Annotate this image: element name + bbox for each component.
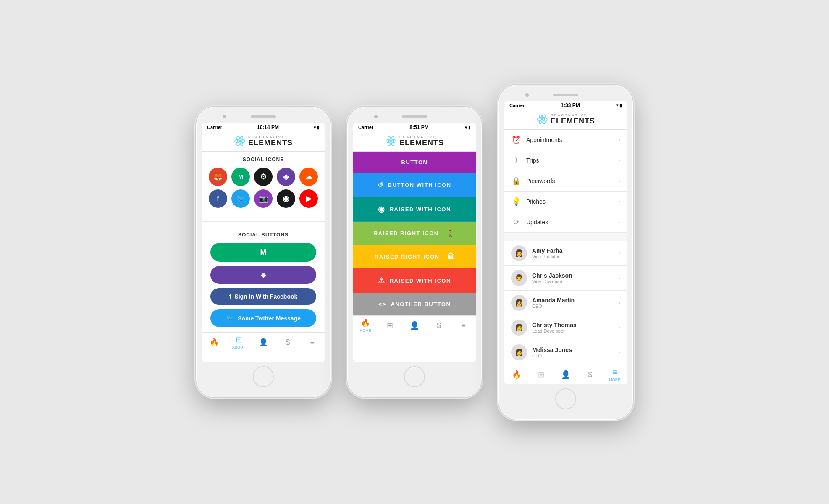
tab-home-1[interactable]: 🔥 <box>205 338 223 347</box>
twitter-button[interactable]: 🐦 Some Twitter Message <box>210 309 316 327</box>
codepen-icon[interactable]: ◉ <box>277 189 295 208</box>
updates-label: Updates <box>526 219 614 226</box>
demo-button-4[interactable]: RAISED RIGHT ICON 🚶 <box>353 222 476 245</box>
tab-home-3[interactable]: 🔥 <box>507 370 526 379</box>
demo-button-3[interactable]: ◉ RAISED WITH ICON <box>353 197 476 222</box>
logo-bottom-3: ELEMENTS <box>551 117 595 125</box>
more-tab-label: MORE <box>609 378 620 382</box>
contact-amy-farha[interactable]: 👩 Amy Farha Vice President › <box>504 241 627 266</box>
menu-section-gap <box>504 233 627 241</box>
medium-button[interactable]: M <box>210 243 316 262</box>
appointments-label: Appointments <box>526 136 614 143</box>
profile-tab-icon-2: 👤 <box>410 321 419 330</box>
react-logo-icon-2 <box>385 135 397 147</box>
christy-thomas-chevron: › <box>619 325 620 331</box>
christy-thomas-title: Lead Developer <box>532 328 614 333</box>
phone-3-home-button[interactable] <box>555 388 576 410</box>
phone-1-speaker <box>251 116 276 118</box>
medium-icon[interactable]: M <box>231 168 250 186</box>
amanda-martin-name: Amanda Martin <box>532 297 614 304</box>
logo-bottom-1: ELEMENTS <box>248 139 293 147</box>
contact-christy-thomas[interactable]: 👩 Christy Thomas Lead Developer › <box>504 315 627 340</box>
demo-button-6[interactable]: ⚠ RAISED WITH ICON <box>353 268 476 293</box>
twitch-button[interactable]: ◈ <box>210 266 316 284</box>
tab-dollar-3[interactable]: $ <box>581 370 599 379</box>
tab-dollar-2[interactable]: $ <box>430 321 448 330</box>
demo-button-5[interactable]: RAISED RIGHT ICON 🏛 <box>353 245 476 268</box>
grid-tab-icon-2: ⊞ <box>387 321 393 330</box>
phone-2-screen: Carrier 8:51 PM ▾ ▮ REACTN <box>353 123 476 362</box>
tab-grid-2[interactable]: ⊞ <box>381 321 399 330</box>
tab-grid-3[interactable]: ⊞ <box>532 370 551 379</box>
phone-1-home-button[interactable] <box>253 366 274 387</box>
phone-1-tab-bar: 🔥 ⊞ ABOUT 👤 $ ≡ <box>202 332 325 352</box>
menu-item-updates[interactable]: ⟳ Updates › <box>504 212 627 233</box>
demo-button-7[interactable]: <> ANOTHER BUTTON <box>353 293 476 315</box>
contact-melissa-jones[interactable]: 👩 Melissa Jones CTO › <box>504 340 627 365</box>
gitlab-icon[interactable]: 🦊 <box>209 168 227 186</box>
amanda-martin-chevron: › <box>619 300 620 306</box>
battery-icon: ▮ <box>317 125 320 130</box>
button-3-label: RAISED WITH ICON <box>390 206 451 213</box>
react-logo-icon <box>234 135 246 147</box>
phone-2-home-button[interactable] <box>404 366 425 387</box>
wifi-icon-2: ▾ <box>465 125 467 130</box>
tab-dollar-1[interactable]: $ <box>278 338 297 347</box>
instagram-icon[interactable]: 📷 <box>254 189 273 208</box>
button-7-label: ANOTHER BUTTON <box>391 301 451 307</box>
tab-profile-3[interactable]: 👤 <box>556 370 575 379</box>
menu-item-appointments[interactable]: ⏰ Appointments › <box>504 130 627 150</box>
contact-amanda-martin[interactable]: 👩 Amanda Martin CEO › <box>504 291 627 315</box>
phone-3-status-bar: Carrier 1:33 PM ▾ ▮ <box>504 101 627 110</box>
menu-item-passwords[interactable]: 🔒 Passwords › <box>504 171 627 192</box>
button-3-icon: ◉ <box>378 205 386 214</box>
phone-3-camera <box>525 93 529 97</box>
tab-profile-2[interactable]: 👤 <box>405 321 424 330</box>
passwords-chevron: › <box>619 178 620 184</box>
facebook-button[interactable]: f Sign In With Facebook <box>210 288 316 305</box>
youtube-icon[interactable]: ▶ <box>299 189 318 208</box>
tab-about[interactable]: ⊞ ABOUT <box>230 335 248 349</box>
melissa-jones-name: Melissa Jones <box>532 346 614 353</box>
twitter-icon[interactable]: 🐦 <box>231 189 250 208</box>
social-buttons-section: SOCIAL BUTTONS M ◈ f Sign In With Facebo… <box>202 227 325 332</box>
dollar-tab-icon-3: $ <box>588 370 592 379</box>
trips-icon: ✈ <box>511 156 521 165</box>
github-icon[interactable]: ⚙ <box>254 168 273 186</box>
menu-item-trips[interactable]: ✈ Trips › <box>504 150 627 171</box>
social-icons-section: SOCIAL ICONS 🦊 M ⚙ ◈ ☁ f 🐦 📷 ◉ ▶ <box>202 152 325 216</box>
phone-2-top-bar <box>353 113 476 121</box>
tab-menu-2[interactable]: ≡ <box>454 321 473 330</box>
tab-profile-1[interactable]: 👤 <box>254 338 273 347</box>
contact-chris-jackson[interactable]: 👨 Chris Jackson Vice Chairman › <box>504 266 627 291</box>
tab-home-2[interactable]: 🔥 HOME <box>356 318 375 333</box>
christy-thomas-name: Christy Thomas <box>532 322 614 328</box>
twitch-icon[interactable]: ◈ <box>277 168 295 186</box>
facebook-icon[interactable]: f <box>209 189 227 208</box>
social-buttons-title: SOCIAL BUTTONS <box>207 232 320 238</box>
twitter-btn-icon: 🐦 <box>226 314 234 322</box>
phones-container: Carrier 10:14 PM ▾ ▮ REACT <box>196 85 633 420</box>
demo-button-1[interactable]: BUTTON <box>353 152 476 173</box>
phone-3-tab-bar: 🔥 ⊞ 👤 $ ≡ MORE <box>504 365 627 384</box>
fire-tab-icon: 🔥 <box>210 338 219 347</box>
button-1-label: BUTTON <box>401 159 428 165</box>
trips-chevron: › <box>619 158 620 163</box>
phone-1-camera <box>223 115 226 118</box>
melissa-jones-chevron: › <box>619 349 620 355</box>
tab-menu-1[interactable]: ≡ <box>303 338 322 347</box>
button-2-label: BUTTON WITH ICON <box>388 182 451 188</box>
amy-farha-title: Vice President <box>532 254 614 259</box>
amanda-martin-info: Amanda Martin CEO <box>532 297 614 309</box>
chris-jackson-info: Chris Jackson Vice Chairman <box>532 272 614 284</box>
menu-item-pitches[interactable]: 💡 Pitches › <box>504 192 627 212</box>
tab-more[interactable]: ≡ MORE <box>606 368 624 382</box>
melissa-jones-title: CTO <box>532 353 614 358</box>
phone-2-speaker <box>402 116 427 118</box>
phone-3-speaker <box>553 94 578 96</box>
demo-button-2[interactable]: ↺ BUTTON WITH ICON <box>353 173 476 197</box>
soundcloud-icon[interactable]: ☁ <box>299 168 318 186</box>
button-4-label: RAISED RIGHT ICON <box>374 230 439 236</box>
app-logo-2: REACTNATIVE ELEMENTS <box>385 135 444 147</box>
menu-list: ⏰ Appointments › ✈ Trips › 🔒 Passwords ›… <box>504 130 627 365</box>
